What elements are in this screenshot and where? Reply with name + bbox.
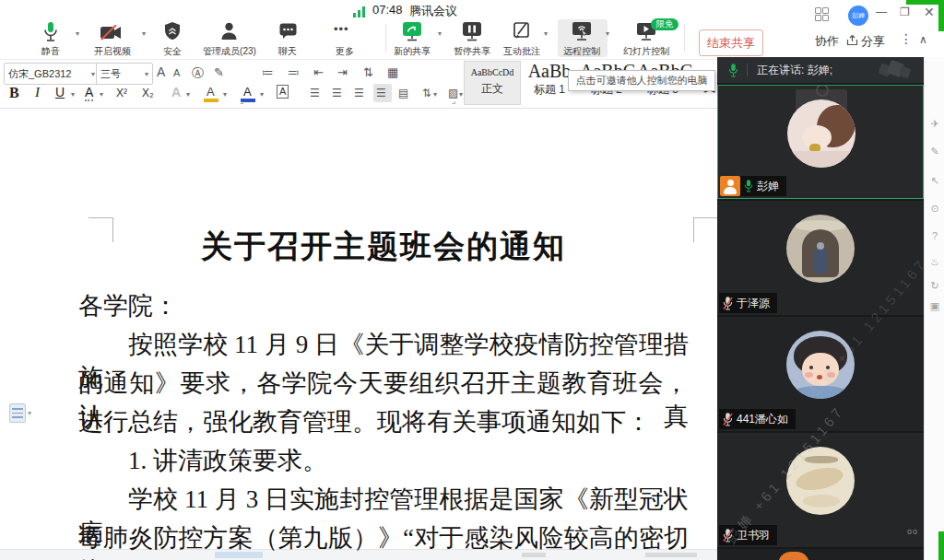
- line-spacing-button[interactable]: ⇅: [422, 87, 431, 99]
- document-line: 学校 11 月 3 日实施封控管理根据是国家《新型冠状病: [78, 483, 689, 516]
- meeting-app-title: 腾讯会议: [409, 3, 457, 19]
- more-button[interactable]: 更多: [326, 45, 363, 58]
- font-name-value: 仿宋_GB2312: [8, 67, 71, 81]
- free-badge: 限免: [651, 18, 678, 30]
- chevron-down-icon[interactable]: ▾: [28, 409, 31, 417]
- sidebar-pen-icon[interactable]: ✎: [925, 146, 944, 158]
- italic-button[interactable]: I: [35, 85, 40, 100]
- text-effects-button[interactable]: A: [171, 85, 181, 99]
- participant-tile[interactable]: 于泽源: [717, 201, 924, 315]
- sidebar-slider-icon[interactable]: ⊙: [925, 203, 944, 215]
- char-accent-button[interactable]: A: [85, 85, 93, 101]
- start-video-button[interactable]: 开启视频: [85, 45, 140, 58]
- manage-members-button[interactable]: 管理成员(23): [194, 45, 266, 58]
- highlight-button[interactable]: A: [206, 85, 215, 99]
- dialog-launcher-icon[interactable]: ⌟: [452, 96, 455, 105]
- sidebar-ink-icon[interactable]: ♨: [925, 256, 944, 268]
- participant-avatar: [778, 552, 809, 560]
- remote-control-tooltip: 点击可邀请他人控制您的电脑: [568, 70, 715, 91]
- chevron-down-icon[interactable]: ▾: [186, 90, 190, 99]
- chat-button[interactable]: 聊天: [269, 45, 306, 58]
- document-line: 各学院：: [78, 289, 689, 322]
- style-preview: AaBbCcDd: [465, 67, 520, 77]
- sidebar-rocket-icon[interactable]: ✈: [925, 118, 944, 130]
- sidebar-card-icon[interactable]: ▣: [925, 300, 944, 312]
- new-share-button[interactable]: 新的共享: [388, 45, 436, 58]
- char-style-icon[interactable]: Ⓐ: [192, 65, 204, 82]
- paste-options-icon[interactable]: [9, 403, 26, 423]
- chevron-down-icon[interactable]: ▾: [438, 29, 442, 38]
- document-line: 的通知》要求，各学院今天要组织召开主题教育班会，认真: [78, 367, 689, 400]
- avatar[interactable]: 彭婵: [848, 6, 868, 26]
- clock-time: 07:48: [372, 3, 403, 17]
- wps-right-sidebar: ✈ ✎ ↖ ⊙ ? ♨ ↻ ▣: [924, 57, 944, 560]
- bold-button[interactable]: B: [9, 85, 19, 101]
- participant-tile[interactable]: [717, 549, 924, 560]
- chevron-down-icon[interactable]: ▾: [223, 90, 227, 99]
- format-painter-icon[interactable]: ✎: [214, 65, 224, 79]
- font-name-select[interactable]: 仿宋_GB2312 ▾: [4, 63, 100, 85]
- participant-tile[interactable]: 441潘心如: [717, 317, 924, 431]
- mute-button[interactable]: 静音: [32, 45, 69, 58]
- chevron-down-icon[interactable]: ▾: [544, 29, 548, 38]
- sort-icon[interactable]: ⇅: [363, 65, 373, 79]
- shrink-font-icon[interactable]: A: [173, 67, 180, 78]
- bullet-list-icon[interactable]: ≔: [262, 65, 274, 79]
- collaborate-button[interactable]: 协作: [815, 33, 839, 50]
- font-size-value: 三号: [100, 67, 121, 81]
- document-page[interactable]: 关于召开主题班会的通知 各学院： 按照学校 11 月 9 日《关于调整学校疫情防…: [0, 108, 717, 549]
- participant-tile[interactable]: 彭婵: [717, 85, 924, 199]
- underline-button[interactable]: U: [55, 85, 65, 99]
- subscript-button[interactable]: X₂: [142, 87, 154, 99]
- chevron-down-icon[interactable]: ▾: [76, 29, 79, 38]
- app-grid-icon[interactable]: [815, 7, 830, 22]
- indent-icon[interactable]: ⇥: [337, 65, 348, 79]
- microphone-muted-icon: [723, 529, 733, 542]
- kebab-menu-icon[interactable]: ⋮: [900, 31, 913, 46]
- end-share-button[interactable]: 结束共享: [699, 29, 763, 56]
- grow-font-icon[interactable]: A: [157, 64, 165, 79]
- document-line: 按照学校 11 月 9 日《关于调整学校疫情防控管理措施: [78, 328, 689, 361]
- align-right-button[interactable]: ☰: [354, 87, 364, 99]
- participant-avatar: [787, 99, 856, 168]
- share-button[interactable]: 分享: [861, 33, 885, 50]
- font-color-button[interactable]: A: [243, 85, 252, 99]
- outdent-icon[interactable]: ⇤: [313, 65, 324, 79]
- sidebar-refresh-icon[interactable]: ↻: [925, 280, 944, 292]
- remote-control-button[interactable]: 远程控制: [558, 45, 606, 58]
- participant-tile[interactable]: 卫书羽 oo: [717, 433, 924, 547]
- chevron-down-icon[interactable]: ▾: [433, 90, 437, 99]
- superscript-button[interactable]: X²: [116, 87, 127, 99]
- align-center-button[interactable]: ☰: [332, 87, 342, 99]
- align-left-button[interactable]: ☰: [310, 87, 320, 99]
- chevron-down-icon[interactable]: ▾: [71, 90, 75, 99]
- slide-control-button[interactable]: 幻灯片控制: [618, 45, 675, 58]
- minimize-button[interactable]: —: [876, 6, 887, 18]
- participant-name: 于泽源: [737, 296, 770, 311]
- hidden-marks-icon[interactable]: ▦: [387, 65, 398, 79]
- close-button[interactable]: ✕: [924, 5, 935, 19]
- chevron-down-icon[interactable]: ▾: [100, 90, 103, 99]
- chevron-down-icon[interactable]: ▾: [142, 29, 146, 38]
- security-button[interactable]: 安全: [154, 45, 191, 58]
- char-border-button[interactable]: A: [277, 85, 289, 99]
- dialog-launcher-icon[interactable]: ⌟: [240, 96, 243, 105]
- style-normal[interactable]: AaBbCcDd 正文: [464, 61, 521, 105]
- align-justify-button[interactable]: ☰: [376, 87, 386, 99]
- sidebar-cursor-icon[interactable]: ↖: [925, 175, 944, 187]
- pause-share-button[interactable]: 暂停共享: [448, 45, 496, 58]
- distribute-button[interactable]: ▤: [398, 87, 408, 99]
- camera-off-icon: [100, 25, 124, 41]
- chevron-down-icon[interactable]: ▾: [459, 90, 463, 99]
- number-list-icon[interactable]: ≕: [288, 65, 300, 79]
- document-title: 关于召开主题班会的通知: [78, 226, 689, 268]
- chevron-down-icon[interactable]: ▾: [260, 90, 264, 99]
- chevron-down-icon[interactable]: ▾: [606, 29, 609, 38]
- sidebar-help-icon[interactable]: ?: [925, 230, 944, 241]
- collapse-toolbar-icon[interactable]: ∧: [919, 33, 927, 46]
- document-line: 进行总结，强化教育管理。现将有关事项通知如下：: [78, 405, 689, 438]
- restore-button[interactable]: ❐: [900, 6, 910, 18]
- annotate-button[interactable]: 互动批注: [498, 45, 546, 58]
- font-size-select[interactable]: 三号 ▾: [96, 63, 153, 85]
- participant-avatar: [786, 331, 855, 399]
